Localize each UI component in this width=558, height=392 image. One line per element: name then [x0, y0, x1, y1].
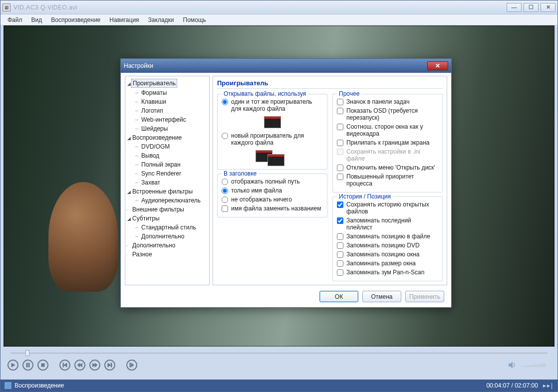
svg-marker-14: [509, 362, 513, 369]
menu-view[interactable]: Вид: [27, 15, 46, 24]
settings-page: Проигрыватель Открывать файлы, используя…: [213, 76, 447, 285]
tree-subtitles[interactable]: ◢Субтитры: [126, 214, 208, 223]
tree-advanced[interactable]: ·Дополнительно: [126, 241, 208, 250]
settings-tree[interactable]: ◢Проигрыватель Форматы Клавиши Логотип W…: [125, 76, 210, 285]
check-pos-file[interactable]: Запоминать позицию в файле: [337, 232, 438, 241]
check-playlist[interactable]: Запоминать последний плейлист: [337, 216, 438, 232]
tree-keys[interactable]: Клавиши: [135, 97, 208, 106]
cancel-button[interactable]: Отмена: [362, 291, 401, 302]
tree-dvd[interactable]: DVD/OGM: [135, 142, 208, 151]
volume-slider[interactable]: [521, 363, 546, 367]
check-disc-menu[interactable]: Отключить меню 'Открыть диск': [337, 163, 438, 172]
radio-full-path[interactable]: отображать полный путь: [222, 177, 323, 186]
check-pos-dvd[interactable]: Запоминать позицию DVD: [337, 241, 438, 250]
check-tray[interactable]: Значок в панели задач: [337, 97, 438, 106]
legend-open-files: Открывать файлы, используя: [222, 90, 308, 97]
check-size-window[interactable]: Запоминать размер окна: [337, 259, 438, 268]
radio-filename[interactable]: только имя файла: [222, 186, 323, 195]
legend-other: Прочее: [337, 90, 361, 97]
svg-marker-0: [11, 363, 15, 367]
radio-new-player[interactable]: новый проигрыватель для каждого файла: [222, 131, 323, 147]
thumb-single-icon: [264, 116, 281, 128]
radio-same-player[interactable]: один и тот же проигрыватель для каждого …: [222, 97, 323, 113]
maximize-button[interactable]: ☐: [524, 3, 539, 12]
tree-sub-advanced[interactable]: Дополнительно: [135, 232, 208, 241]
time-current: 00:04:07: [486, 382, 510, 389]
tree-shaders[interactable]: Шейдеры: [135, 124, 208, 133]
frame-step-button[interactable]: [126, 360, 137, 371]
menu-navigation[interactable]: Навигация: [105, 15, 143, 24]
tree-formats[interactable]: Форматы: [135, 88, 208, 97]
tree-external-filters[interactable]: ·Внешние фильтры: [126, 205, 208, 214]
svg-marker-13: [131, 363, 134, 367]
menu-file[interactable]: Файл: [3, 15, 26, 24]
thumb-double-icon: [256, 150, 289, 162]
app-icon: ▦: [2, 3, 10, 11]
svg-rect-11: [111, 363, 112, 367]
group-history: История / Позиция Сохранять историю откр…: [332, 196, 443, 281]
tree-audioswitch[interactable]: Аудиопереключатель: [135, 196, 208, 205]
menu-bookmarks[interactable]: Закладки: [144, 15, 178, 24]
settings-dialog: Настройки ✕ ◢Проигрыватель Форматы Клави…: [120, 58, 452, 308]
dialog-titlebar[interactable]: Настройки ✕: [121, 59, 451, 73]
seek-thumb[interactable]: [25, 350, 29, 356]
frame-step-indicator: ▸▸|: [543, 382, 554, 389]
tree-output[interactable]: Вывод: [135, 151, 208, 160]
dialog-close-button[interactable]: ✕: [427, 61, 448, 70]
skip-forward-button[interactable]: [104, 360, 115, 371]
check-aspect[interactable]: Соотнош. сторон окна как у видеокадра: [337, 122, 438, 138]
tree-web[interactable]: Web-интерфейс: [135, 115, 208, 124]
legend-titlebar: В заголовке: [222, 170, 259, 177]
stop-button[interactable]: [37, 360, 48, 371]
check-snap[interactable]: Прилипать к границам экрана: [337, 138, 438, 147]
window-title: VID.AC3 Q-ViDEO.avi: [13, 4, 507, 11]
tree-fullscreen[interactable]: Полный экран: [135, 160, 208, 169]
statusbar: Воспроизведение 00:04:07 / 02:07:00 ▸▸|: [0, 380, 558, 392]
tree-builtin-filters[interactable]: ◢Встроенные фильтры: [126, 187, 208, 196]
tree-logo[interactable]: Логотип: [135, 106, 208, 115]
svg-marker-5: [64, 363, 67, 367]
menu-playback[interactable]: Воспроизведение: [47, 15, 104, 24]
check-history[interactable]: Сохранять историю открытых файлов: [337, 200, 438, 216]
ok-button[interactable]: ОК: [319, 291, 358, 302]
menu-help[interactable]: Помощь: [179, 15, 210, 24]
volume-control: [508, 361, 546, 370]
svg-marker-8: [92, 363, 95, 367]
tree-playback[interactable]: ◢Воспроизведение: [126, 133, 208, 142]
check-priority[interactable]: Повышенный приоритет процесса: [337, 172, 438, 188]
speaker-icon[interactable]: [508, 361, 517, 370]
tree-player[interactable]: ◢Проигрыватель: [126, 78, 208, 88]
tree-sync[interactable]: Sync Renderer: [135, 169, 208, 178]
forward-button[interactable]: [89, 360, 100, 371]
apply-button: Применить: [405, 291, 444, 302]
tree-capture[interactable]: Захват: [135, 178, 208, 187]
check-osd[interactable]: Показать OSD (требуется перезапуск): [337, 106, 438, 122]
group-open-files: Открывать файлы, используя один и тот же…: [217, 94, 327, 170]
check-zoom[interactable]: Запоминать зум Pan-n-Scan: [337, 268, 438, 277]
page-header: Проигрыватель: [217, 79, 443, 89]
skip-back-button[interactable]: [59, 360, 70, 371]
close-button[interactable]: ✕: [541, 3, 556, 12]
check-replace-title[interactable]: имя файла заменить названием: [222, 204, 323, 213]
legend-history: История / Позиция: [337, 193, 393, 200]
tree-sub-style[interactable]: Стандартный стиль: [135, 223, 208, 232]
svg-marker-10: [108, 363, 111, 367]
play-button[interactable]: [7, 360, 18, 371]
svg-marker-7: [80, 363, 82, 367]
dialog-buttons: ОК Отмена Применить: [319, 291, 444, 302]
seek-track: [10, 353, 548, 354]
minimize-button[interactable]: —: [507, 3, 522, 12]
group-titlebar: В заголовке отображать полный путь тольк…: [217, 174, 327, 217]
menubar: Файл Вид Воспроизведение Навигация Закла…: [0, 14, 558, 25]
svg-rect-12: [130, 363, 131, 367]
status-icon: [4, 382, 11, 389]
tree-misc[interactable]: ·Разное: [126, 250, 208, 259]
transport-controls: [7, 360, 137, 371]
playback-state: Воспроизведение: [14, 382, 64, 389]
rewind-button[interactable]: [74, 360, 85, 371]
check-pos-window[interactable]: Запоминать позицию окна: [337, 250, 438, 259]
pause-button[interactable]: [22, 360, 33, 371]
seek-bar[interactable]: [10, 350, 548, 357]
radio-nothing[interactable]: не отображать ничего: [222, 195, 323, 204]
svg-rect-1: [26, 363, 27, 367]
